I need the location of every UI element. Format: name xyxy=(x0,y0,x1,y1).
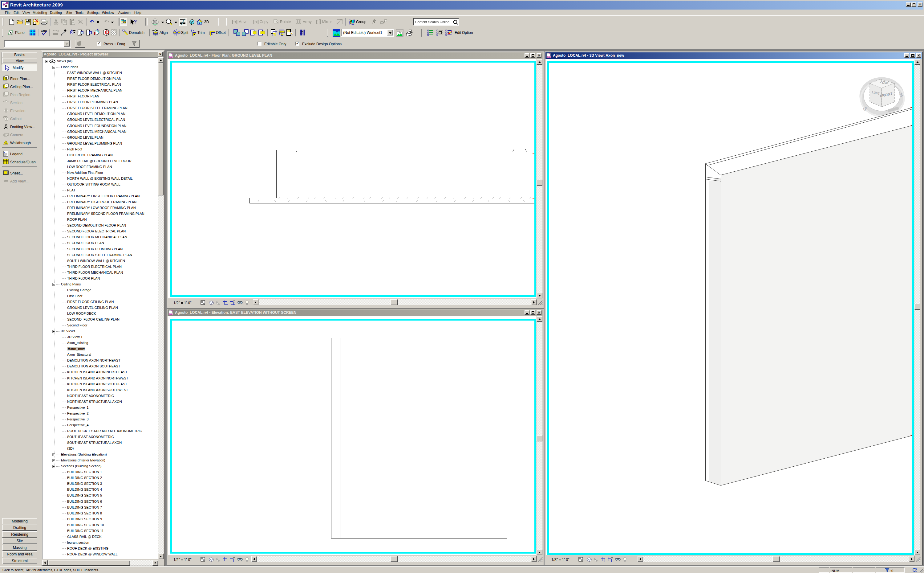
svg-text:A: A xyxy=(5,142,7,144)
svg-text:?: ? xyxy=(134,19,137,25)
svg-text:RVT: RVT xyxy=(547,56,551,58)
svg-text:RVT: RVT xyxy=(169,313,173,315)
svg-text:RVT: RVT xyxy=(169,56,173,58)
